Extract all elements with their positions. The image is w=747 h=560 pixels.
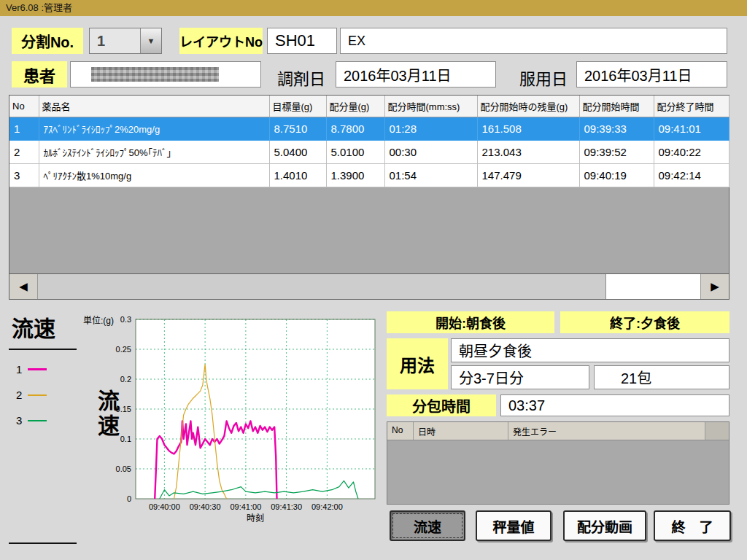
cell-end: 09:40:22 (654, 141, 729, 164)
cell-no: 2 (9, 141, 39, 164)
pack-time-field[interactable]: 03:37 (500, 394, 729, 416)
cell-time: 01:28 (384, 117, 477, 141)
svg-text:09:41:30: 09:41:30 (271, 502, 302, 511)
medication-table: No 薬品名 目標量(g) 配分量(g) 配分時間(mm:ss) 配分開始時の残… (9, 96, 729, 187)
col-remaining-at-start: 配分開始時の残量(g) (477, 96, 579, 117)
table-row[interactable]: 1 ｱｽﾍﾞﾘﾝﾄﾞﾗｲｼﾛｯﾌﾟ2%20mg/g 8.7510 8.7800 … (9, 117, 729, 141)
cell-time: 01:54 (384, 164, 477, 187)
col-drug-name: 薬品名 (39, 96, 269, 117)
col-end-time: 配分終了時間 (654, 96, 729, 117)
dose-date-field[interactable]: 2016年03月11日 (576, 61, 727, 88)
split-no-dropdown[interactable]: 1 ▼ (89, 28, 162, 54)
scroll-left-icon[interactable]: ◀ (9, 274, 38, 299)
legend-label: 3 (16, 414, 22, 427)
usage-label: 用法 (387, 338, 448, 389)
table-row[interactable]: 2 ｶﾙﾎﾞｼｽﾃｲﾝﾄﾞﾗｲｼﾛｯﾌﾟ50%｢ﾃﾊﾞ｣ 5.0400 5.01… (9, 141, 729, 164)
layout-no-label: レイアウトNo (179, 28, 263, 54)
error-table-header: No 日時 発生エラー (387, 422, 729, 440)
end-meal-label: 終了:夕食後 (560, 311, 729, 333)
split-no-value: 1 (90, 28, 140, 53)
layout-ex-field[interactable]: EX (340, 28, 727, 54)
legend-line-swatch (28, 368, 47, 370)
start-meal-label: 開始:朝食後 (387, 311, 554, 333)
dispense-date-field[interactable]: 2016年03月11日 (336, 61, 496, 88)
cell-no: 3 (9, 164, 39, 187)
legend-label: 2 (16, 389, 22, 401)
svg-text:09:41:00: 09:41:00 (230, 502, 261, 511)
cell-target: 5.0400 (269, 141, 326, 164)
cell-end: 09:41:01 (654, 117, 729, 141)
packs-value-field[interactable]: 21包 (594, 365, 729, 389)
chart-unit-label: 単位:(g) (83, 314, 114, 326)
cell-dispensed: 1.3900 (326, 164, 384, 187)
legend-item-2: 2 (16, 389, 75, 401)
window-titlebar: Ver6.08 :管理者 (0, 0, 747, 16)
col-dispensed-amount: 配分量(g) (326, 96, 384, 117)
col-no: No (9, 96, 39, 117)
chart-axis-title: 流速 (90, 389, 123, 439)
cell-remaining: 213.043 (477, 141, 579, 164)
version-admin-label: Ver6.08 :管理者 (6, 2, 72, 13)
flow-rate-title: 流速 (9, 309, 77, 350)
cell-drug-name: ｶﾙﾎﾞｼｽﾃｲﾝﾄﾞﾗｲｼﾛｯﾌﾟ50%｢ﾃﾊﾞ｣ (39, 141, 269, 164)
table-header-row: No 薬品名 目標量(g) 配分量(g) 配分時間(mm:ss) 配分開始時の残… (9, 96, 729, 117)
cell-drug-name: ｱｽﾍﾞﾘﾝﾄﾞﾗｲｼﾛｯﾌﾟ2%20mg/g (39, 117, 269, 141)
legend-item-3: 3 (16, 414, 75, 427)
split-no-label: 分割No. (12, 28, 83, 54)
exit-button[interactable]: 終 了 (654, 510, 731, 541)
scrollbar-thumb[interactable] (38, 274, 606, 299)
col-start-time: 配分開始時間 (579, 96, 654, 117)
cell-no: 1 (9, 117, 39, 141)
dispense-video-button[interactable]: 配分動画 (563, 510, 646, 541)
days-value-field[interactable]: 分3-7日分 (451, 365, 589, 389)
cell-target: 8.7510 (269, 117, 326, 141)
cell-dispensed: 8.7800 (326, 117, 384, 141)
svg-text:0: 0 (127, 494, 131, 503)
flow-rate-chart: 単位:(g) 流速 00.050.10.150.20.250.309:40:00… (77, 309, 381, 544)
patient-name-field[interactable] (70, 61, 261, 88)
chart-canvas: 00.050.10.150.20.250.309:40:0009:40:3009… (77, 309, 381, 544)
cell-end: 09:42:14 (654, 164, 729, 187)
svg-text:09:40:30: 09:40:30 (190, 502, 221, 511)
svg-text:0.3: 0.3 (120, 315, 131, 324)
pack-time-label: 分包時間 (387, 394, 496, 416)
error-col-datetime: 日時 (414, 422, 508, 440)
cell-start: 09:39:52 (579, 141, 654, 164)
svg-text:0.2: 0.2 (120, 375, 131, 384)
table-row[interactable]: 3 ﾍﾟﾘｱｸﾁﾝ散1%10mg/g 1.4010 1.3900 01:54 1… (9, 164, 729, 187)
usage-value-field[interactable]: 朝昼夕食後 (451, 338, 729, 362)
cell-time: 00:30 (384, 141, 477, 164)
layout-no-field[interactable]: SH01 (267, 28, 337, 54)
error-header-filler (705, 422, 729, 440)
error-col-no: No (387, 422, 414, 440)
flow-rate-panel: 流速 1 2 3 (9, 309, 77, 544)
scroll-right-icon[interactable]: ▶ (700, 274, 729, 299)
patient-name-redacted (91, 67, 219, 82)
error-table: No 日時 発生エラー (387, 421, 729, 505)
svg-text:0.05: 0.05 (116, 464, 131, 473)
cell-target: 1.4010 (269, 164, 326, 187)
medication-grid: No 薬品名 目標量(g) 配分量(g) 配分時間(mm:ss) 配分開始時の残… (9, 95, 729, 300)
cell-start: 09:40:19 (579, 164, 654, 187)
weighing-value-button[interactable]: 秤量値 (476, 510, 551, 541)
horizontal-scrollbar[interactable]: ◀ ▶ (9, 273, 729, 299)
error-col-error: 発生エラー (508, 422, 705, 440)
chevron-down-icon[interactable]: ▼ (140, 28, 161, 53)
legend-line-swatch (28, 394, 47, 396)
flow-rate-button[interactable]: 流速 (390, 510, 465, 541)
legend-label: 1 (16, 363, 22, 376)
cell-remaining: 161.508 (477, 117, 579, 141)
svg-text:時刻: 時刻 (247, 513, 264, 524)
cell-start: 09:39:33 (579, 117, 654, 141)
svg-text:09:42:00: 09:42:00 (311, 502, 343, 511)
scrollbar-track[interactable] (606, 274, 700, 299)
col-dispense-time: 配分時間(mm:ss) (384, 96, 477, 117)
legend-item-1: 1 (16, 363, 75, 376)
patient-label: 患者 (12, 61, 67, 88)
grid-empty-area (9, 187, 729, 273)
cell-remaining: 147.479 (477, 164, 579, 187)
svg-text:09:40:00: 09:40:00 (149, 502, 180, 511)
dispense-date-label: 調剤日 (277, 66, 325, 89)
col-target-amount: 目標量(g) (269, 96, 326, 117)
app-window: Ver6.08 :管理者 分割No. 1 ▼ レイアウトNo SH01 EX 患… (0, 0, 747, 560)
